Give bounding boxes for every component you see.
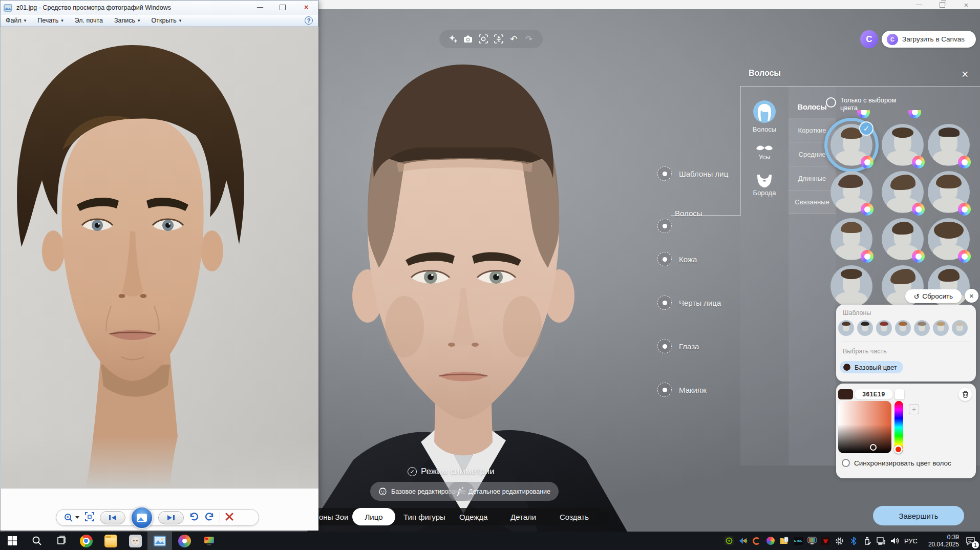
- color-wheel-badge[interactable]: [912, 156, 925, 168]
- color-wheel-badge[interactable]: [958, 203, 971, 216]
- hair-template-swatch[interactable]: [838, 320, 854, 336]
- color-wheel-badge[interactable]: [912, 203, 925, 216]
- viewer-maximize-button[interactable]: [275, 2, 290, 12]
- color-panel-close-button[interactable]: ×: [965, 289, 978, 303]
- reset-button[interactable]: ↺ Сбросить: [905, 289, 962, 303]
- hair-template-swatch[interactable]: [857, 320, 873, 336]
- folder-info-tray-icon[interactable]: i: [780, 536, 789, 545]
- menu-item-face-templates[interactable]: Шаблоны лиц: [657, 166, 728, 181]
- hair-template-swatch[interactable]: [895, 320, 911, 336]
- menu-burn[interactable]: Запись▾: [114, 17, 140, 24]
- menu-open[interactable]: Открыть▾: [152, 17, 182, 24]
- upload-to-canvas-button[interactable]: C Загрузить в Canvas: [882, 31, 976, 48]
- hair-template-swatch[interactable]: [933, 320, 949, 336]
- sb-cursor[interactable]: [870, 444, 877, 451]
- viewer-minimize-button[interactable]: —: [252, 2, 268, 12]
- taskbar-recorder-app[interactable]: [197, 532, 221, 550]
- finish-button[interactable]: Завершить: [873, 506, 964, 525]
- tab-clothes[interactable]: Одежда: [459, 508, 487, 525]
- secondary-color-swatch[interactable]: [895, 389, 904, 399]
- orange-c-tray-icon[interactable]: [752, 536, 761, 545]
- tab-long[interactable]: Длинные: [789, 166, 836, 190]
- hair-template-swatch[interactable]: [914, 320, 930, 336]
- actual-size-button[interactable]: [84, 512, 95, 524]
- hair-template-swatch[interactable]: [876, 320, 892, 336]
- symmetry-mode-toggle[interactable]: ✓ Режим симметрии: [408, 467, 495, 477]
- color-wheel-badge[interactable]: [958, 156, 971, 168]
- delete-button[interactable]: [225, 513, 233, 523]
- rotate-ccw-button[interactable]: [189, 512, 199, 524]
- display-color-tray-icon[interactable]: [807, 536, 817, 545]
- redo-icon[interactable]: ↷: [524, 34, 534, 44]
- detail-edit-mode-button[interactable]: Детальное редактирование: [448, 482, 559, 501]
- saturation-brightness-picker[interactable]: [838, 401, 891, 453]
- menu-print[interactable]: Печать▾: [37, 17, 63, 24]
- editor-minimize-button[interactable]: —: [912, 1, 926, 8]
- help-icon[interactable]: ?: [305, 16, 313, 25]
- tab-tied[interactable]: Связанные: [789, 190, 836, 214]
- taskbar-chrome[interactable]: [74, 532, 98, 550]
- taskbar-cat-app[interactable]: [123, 532, 147, 550]
- camera-icon[interactable]: [463, 34, 473, 44]
- taskbar-search-button[interactable]: [25, 532, 49, 550]
- next-image-button[interactable]: [158, 511, 184, 524]
- menu-item-makeup[interactable]: Макияж: [657, 383, 707, 397]
- menu-item-eyes[interactable]: Глаза: [657, 339, 699, 353]
- action-center-button[interactable]: 1: [964, 534, 977, 547]
- rotate-cw-button[interactable]: [204, 512, 215, 524]
- zoom-button[interactable]: [63, 513, 79, 523]
- viewer-titlebar[interactable]: z01.jpg - Средство просмотра фотографий …: [1, 1, 318, 15]
- menu-file[interactable]: Файл▾: [6, 17, 26, 24]
- settings-gear-tray-icon[interactable]: [835, 536, 844, 545]
- taskbar-photo-viewer-active[interactable]: [147, 532, 172, 550]
- add-color-button[interactable]: +: [909, 404, 919, 414]
- tab-zoe-templates[interactable]: оны Зои: [319, 508, 348, 525]
- hair-style-thumb-partial[interactable]: [830, 265, 872, 307]
- category-hair[interactable]: Волосы: [740, 100, 789, 133]
- play-slideshow-button[interactable]: [131, 506, 153, 529]
- category-mustache[interactable]: Усы: [740, 143, 789, 161]
- color-wheel-badge[interactable]: [861, 250, 874, 263]
- ai-magic-icon[interactable]: [448, 34, 458, 44]
- task-view-button[interactable]: [49, 532, 74, 550]
- menu-item-face-features[interactable]: Черты лица: [657, 295, 721, 310]
- tab-create[interactable]: Создать: [560, 508, 589, 525]
- hex-value-field[interactable]: 361E19: [855, 389, 893, 399]
- base-color-chip[interactable]: Базовый цвет: [840, 361, 903, 373]
- tab-details[interactable]: Детали: [510, 508, 536, 525]
- menu-email[interactable]: Эл. почта: [75, 17, 103, 24]
- tab-body-type[interactable]: Тип фигуры: [403, 508, 445, 525]
- volume-tray-icon[interactable]: [890, 536, 900, 545]
- category-beard[interactable]: Борода: [740, 175, 789, 197]
- canvas-logo[interactable]: C: [860, 30, 878, 48]
- hue-cursor[interactable]: [894, 445, 903, 454]
- nvidia-tray-icon[interactable]: [725, 536, 734, 545]
- editor-restore-button[interactable]: [935, 1, 949, 8]
- hair-panel-close-icon[interactable]: ×: [962, 68, 968, 81]
- bloody-app-tray-icon[interactable]: [821, 536, 830, 545]
- delete-color-button[interactable]: [958, 388, 972, 401]
- current-color-swatch[interactable]: [838, 389, 853, 399]
- hue-slider[interactable]: [894, 401, 903, 453]
- ctrl-app-tray-icon[interactable]: CTRL: [794, 536, 803, 545]
- bluetooth-tray-icon[interactable]: [849, 536, 858, 545]
- color-filter-radio[interactable]: Только с выбором цвета: [826, 96, 915, 112]
- sync-hair-color-radio[interactable]: Синхронизировать цвет волос: [842, 459, 951, 467]
- color-wheel-badge[interactable]: [958, 250, 971, 263]
- menu-item-skin[interactable]: Кожа: [657, 252, 697, 266]
- start-button[interactable]: [0, 532, 25, 550]
- previous-image-button[interactable]: [100, 511, 125, 524]
- hair-template-swatch[interactable]: [952, 320, 968, 336]
- usb-device-tray-icon[interactable]: [863, 536, 872, 545]
- tab-face-active[interactable]: Лицо: [352, 508, 395, 525]
- color-wheel-badge[interactable]: [912, 250, 925, 263]
- face-scan-icon[interactable]: [478, 34, 488, 44]
- download-manager-tray-icon[interactable]: [738, 536, 748, 545]
- color-wheel-badge[interactable]: [861, 203, 874, 216]
- color-wheel-badge[interactable]: [861, 156, 874, 168]
- menu-item-hair[interactable]: Волосы: [657, 209, 702, 233]
- editor-close-button[interactable]: ×: [960, 1, 973, 8]
- network-tray-icon[interactable]: [877, 536, 886, 545]
- taskbar-clock[interactable]: 0:39 20.04.2025: [922, 534, 959, 548]
- taskbar-file-explorer[interactable]: [98, 532, 123, 550]
